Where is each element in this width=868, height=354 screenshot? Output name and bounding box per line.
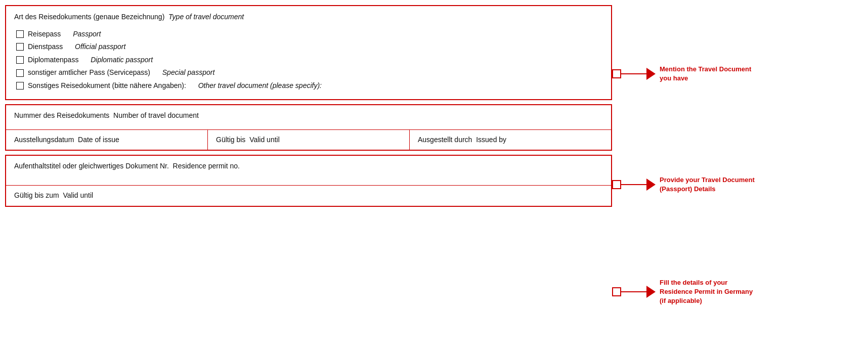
option-other-en: Other travel document (please specify): (198, 81, 322, 91)
date-issue-de: Ausstellungsdatum (14, 136, 74, 144)
section-travel-type: Art des Reisedokuments (genaue Bezeichnu… (5, 5, 612, 100)
option-other-de: Sonstiges Reisedokument (bitte nähere An… (28, 81, 186, 91)
arrow-box-2 (612, 180, 621, 189)
option-special-passport[interactable]: sonstiger amtlicher Pass (Servicepass) S… (16, 68, 603, 78)
annotation-travel-document: Mention the Travel Document you have (612, 65, 761, 83)
option-official-de: Dienstpass (28, 42, 63, 52)
arrow-3 (612, 286, 656, 298)
cell-date-of-issue: Ausstellungsdatum Date of issue (6, 130, 208, 150)
arrow-box-1 (612, 69, 621, 78)
residence-title-de: Aufenthaltstitel oder gleichwertiges Dok… (14, 162, 169, 170)
section-document-number: Nummer des Reisedokuments Number of trav… (5, 104, 612, 151)
section2-bottom: Ausstellungsdatum Date of issue Gültig b… (6, 130, 611, 150)
annotation-residence-permit: Fill the details of your Residence Permi… (612, 278, 761, 306)
section1-title: Art des Reisedokuments (genaue Bezeichnu… (14, 12, 603, 22)
arrow-box-3 (612, 287, 621, 296)
checkbox-passport[interactable] (16, 30, 24, 38)
valid-until-2-en: Valid until (63, 191, 93, 199)
arrow-body-3 (621, 291, 646, 292)
option-official-passport[interactable]: Dienstpass Official passport (16, 42, 603, 52)
annotation-text-2: Provide your Travel Document (Passport) … (660, 175, 761, 194)
arrow-1 (612, 68, 656, 80)
option-official-en: Official passport (75, 42, 125, 52)
section1-title-de: Art des Reisedokuments (genaue Bezeichnu… (14, 13, 164, 21)
date-issue-en: Date of issue (78, 136, 119, 144)
checkbox-special[interactable] (16, 69, 24, 77)
checkbox-other[interactable] (16, 82, 24, 90)
arrow-head-3 (646, 286, 656, 298)
issued-by-en: Issued by (476, 136, 506, 144)
annotations-area: Mention the Travel Document you have Pro… (612, 5, 868, 354)
section1-title-en: Type of travel document (168, 13, 244, 21)
option-passport[interactable]: Reisepass Passport (16, 29, 603, 39)
issued-by-de: Ausgestellt durch (418, 136, 472, 144)
option-special-de: sonstiger amtlicher Pass (Servicepass) (28, 68, 150, 78)
arrow-body-2 (621, 184, 646, 185)
option-special-en: Special passport (162, 68, 215, 78)
form-area: Art des Reisedokuments (genaue Bezeichnu… (5, 5, 612, 354)
arrow-head-2 (646, 179, 656, 191)
arrow-head-1 (646, 68, 656, 80)
section2-title-de: Nummer des Reisedokuments (14, 111, 109, 119)
annotation-text-1: Mention the Travel Document you have (660, 65, 761, 83)
cell-issued-by: Ausgestellt durch Issued by (410, 130, 611, 150)
page-container: Art des Reisedokuments (genaue Bezeichnu… (0, 0, 868, 354)
option-diplomatic-passport[interactable]: Diplomatenpass Diplomatic passport (16, 55, 603, 65)
checkbox-official-passport[interactable] (16, 43, 24, 51)
valid-until-2-de: Gültig bis zum (14, 191, 59, 199)
annotation-text-3: Fill the details of your Residence Permi… (660, 278, 761, 306)
travel-type-options: Reisepass Passport Dienstpass Official p… (16, 29, 603, 91)
section3-bottom: Gültig bis zum Valid until (6, 186, 611, 206)
valid-until-de: Gültig bis (216, 136, 245, 144)
option-passport-de: Reisepass (28, 29, 61, 39)
valid-until-en: Valid until (249, 136, 280, 144)
option-other-document[interactable]: Sonstiges Reisedokument (bitte nähere An… (16, 81, 603, 91)
option-diplomatic-de: Diplomatenpass (28, 55, 78, 65)
arrow-2 (612, 179, 656, 191)
section2-top: Nummer des Reisedokuments Number of trav… (6, 105, 611, 130)
section2-title-en: Number of travel document (113, 111, 199, 119)
option-diplomatic-en: Diplomatic passport (91, 55, 153, 65)
residence-title-en: Residence permit no. (173, 162, 240, 170)
annotation-passport-details: Provide your Travel Document (Passport) … (612, 175, 761, 194)
section-residence-permit: Aufenthaltstitel oder gleichwertiges Dok… (5, 155, 612, 207)
checkbox-diplomatic[interactable] (16, 56, 24, 64)
section3-top: Aufenthaltstitel oder gleichwertiges Dok… (6, 156, 611, 186)
option-passport-en: Passport (73, 29, 101, 39)
arrow-body-1 (621, 73, 646, 74)
cell-valid-until: Gültig bis Valid until (208, 130, 410, 150)
